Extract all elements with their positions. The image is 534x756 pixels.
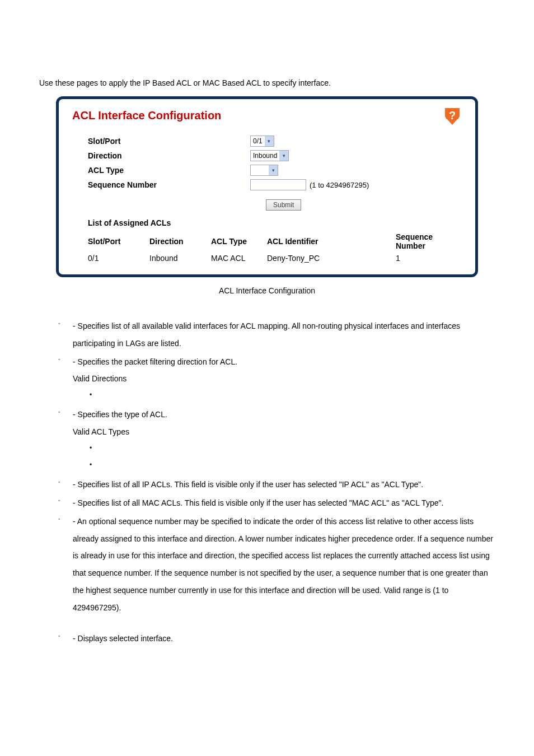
help-icon[interactable]: ? bbox=[443, 107, 462, 126]
assigned-table: Slot/Port Direction ACL Type ACL Identif… bbox=[88, 231, 462, 264]
table-header-row: Slot/Port Direction ACL Type ACL Identif… bbox=[88, 231, 462, 252]
th-aclid: ACL Identifier bbox=[267, 231, 396, 252]
config-panel: ? ACL Interface Configuration Slot/Port … bbox=[56, 96, 478, 277]
valid-acltypes-label: Valid ACL Types bbox=[73, 423, 495, 441]
th-slotport: Slot/Port bbox=[88, 231, 149, 252]
table-row: 0/1 Inbound MAC ACL Deny-Tony_PC 1 bbox=[88, 252, 462, 264]
desc-slotport: - Specifies list of all available valid … bbox=[73, 318, 495, 352]
chevron-down-icon: ▾ bbox=[269, 165, 278, 175]
svg-text:?: ? bbox=[449, 109, 456, 122]
acltype-label: ACL Type bbox=[88, 166, 250, 175]
chevron-down-icon: ▾ bbox=[279, 151, 288, 161]
acltype-select[interactable]: ▾ bbox=[250, 165, 278, 176]
acltype-option bbox=[101, 441, 495, 458]
seqnum-input[interactable] bbox=[250, 179, 306, 190]
td-slotport: 0/1 bbox=[88, 252, 149, 264]
slotport-value: 0/1 bbox=[253, 137, 263, 145]
direction-option bbox=[101, 388, 495, 405]
td-acltype: MAC ACL bbox=[211, 252, 267, 264]
acltype-option bbox=[101, 458, 495, 475]
desc-ipacl: - Specifies list of all IP ACLs. This fi… bbox=[73, 476, 495, 493]
assigned-list-title: List of Assigned ACLs bbox=[88, 218, 462, 227]
desc-seqnum: - An optional sequence number may be spe… bbox=[73, 513, 495, 617]
desc-displays-interface: - Displays selected interface. bbox=[73, 630, 495, 647]
intro-text: Use these pages to apply the IP Based AC… bbox=[39, 78, 495, 87]
panel-title: ACL Interface Configuration bbox=[72, 109, 462, 122]
chevron-down-icon: ▾ bbox=[265, 136, 274, 146]
seqnum-hint: (1 to 4294967295) bbox=[310, 181, 369, 189]
desc-direction: - Specifies the packet filtering directi… bbox=[73, 353, 495, 405]
th-direction: Direction bbox=[149, 231, 211, 252]
td-direction: Inbound bbox=[149, 252, 211, 264]
slotport-label: Slot/Port bbox=[88, 137, 250, 146]
desc-macacl: - Specifies list of all MAC ACLs. This f… bbox=[73, 494, 495, 512]
desc-acltype: - Specifies the type of ACL. Valid ACL T… bbox=[73, 406, 495, 475]
figure-caption: ACL Interface Configuration bbox=[39, 286, 495, 295]
direction-select[interactable]: Inbound ▾ bbox=[250, 150, 289, 161]
td-aclid: Deny-Tony_PC bbox=[267, 252, 396, 264]
direction-label: Direction bbox=[88, 151, 250, 160]
th-acltype: ACL Type bbox=[211, 231, 267, 252]
direction-value: Inbound bbox=[253, 152, 277, 160]
th-seq: Sequence Number bbox=[396, 231, 462, 252]
td-seq: 1 bbox=[396, 252, 462, 264]
submit-button[interactable]: Submit bbox=[266, 199, 301, 211]
seqnum-label: Sequence Number bbox=[88, 180, 250, 189]
slotport-select[interactable]: 0/1 ▾ bbox=[250, 136, 274, 147]
valid-directions-label: Valid Directions bbox=[73, 370, 495, 388]
